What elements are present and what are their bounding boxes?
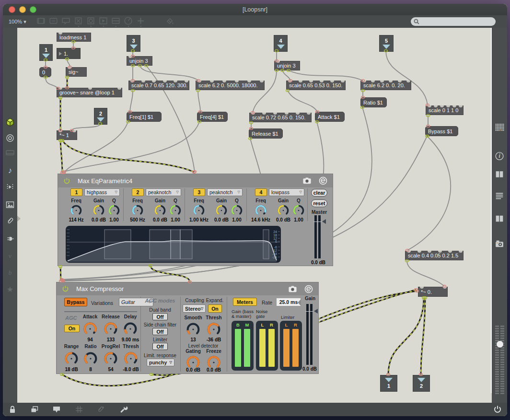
- inlet[interactable]: [459, 251, 463, 253]
- comp-mode-off-button[interactable]: Off: [152, 313, 168, 320]
- inlet[interactable]: [185, 81, 188, 82]
- right-sidebar-grid-dots[interactable]: [495, 122, 505, 132]
- knob-dial[interactable]: [81, 320, 99, 338]
- left-sidebar-audio-target[interactable]: [5, 133, 15, 143]
- left-sidebar-image[interactable]: [5, 200, 15, 210]
- inlet[interactable]: [72, 130, 76, 132]
- left-sidebar-filmstrip[interactable]: [5, 182, 15, 192]
- knob-dial[interactable]: [69, 203, 84, 218]
- right-sidebar-columns[interactable]: [495, 169, 505, 179]
- comp-snapshot-button[interactable]: [288, 285, 297, 294]
- message-box[interactable]: Attack $1: [315, 112, 345, 122]
- sidebar-expander-icon[interactable]: [17, 216, 21, 222]
- bottombar-presentation-button[interactable]: [52, 405, 61, 414]
- left-sidebar-max-cube[interactable]: [5, 117, 15, 127]
- eq-master-handle[interactable]: [322, 219, 326, 224]
- knob-dial[interactable]: [106, 203, 122, 218]
- knob-dial[interactable]: [152, 203, 168, 218]
- toolbar-playbar-button[interactable]: ▾: [97, 16, 110, 27]
- knob-dial[interactable]: [205, 320, 223, 338]
- inlet[interactable]: [117, 88, 121, 90]
- knob-dial[interactable]: [168, 203, 183, 218]
- knob-dial[interactable]: [253, 203, 268, 218]
- eq-reset-button[interactable]: reset: [311, 199, 327, 207]
- search-field[interactable]: [420, 18, 496, 25]
- eq-clear-button[interactable]: clear: [311, 189, 327, 197]
- knob-dial[interactable]: [102, 350, 120, 368]
- knob-dial[interactable]: [184, 320, 202, 338]
- umenu[interactable]: 2: [94, 108, 107, 125]
- compressor-bpatcher[interactable]: Max CompressorBypassVariationsGuitar▽AGC…: [56, 282, 319, 374]
- inlet[interactable]: [260, 81, 264, 82]
- toolbar-message-box-button[interactable]: m: [47, 16, 60, 27]
- umenu[interactable]: 3: [127, 35, 140, 52]
- knob-dial[interactable]: [62, 350, 81, 368]
- inlet[interactable]: [459, 105, 463, 107]
- left-sidebar-plug[interactable]: [5, 234, 15, 244]
- knob-dial[interactable]: [291, 203, 306, 218]
- eq-power-button[interactable]: [63, 177, 71, 185]
- comp-agc-on-button[interactable]: On: [64, 325, 80, 332]
- knob-dial[interactable]: [214, 203, 229, 218]
- bottombar-wrench-button[interactable]: [119, 405, 128, 414]
- inlet[interactable]: [307, 113, 311, 115]
- eq-band-mode-dropdown[interactable]: highpass▽: [84, 188, 120, 196]
- object-box[interactable]: scale 0 1 1 0: [426, 105, 464, 115]
- toolbar-button-button[interactable]: ▾: [85, 16, 97, 27]
- knob-dial[interactable]: [122, 350, 140, 368]
- knob-dial[interactable]: [130, 203, 145, 218]
- object-box[interactable]: *~ 0.: [418, 287, 448, 297]
- object-box[interactable]: scale 6.2 0. 0. 20.: [360, 81, 411, 90]
- object-box[interactable]: scale 0.7 0.65 120. 300.: [128, 81, 189, 90]
- toolbar-plus-button[interactable]: ▾: [135, 16, 147, 27]
- comp-bypass-button[interactable]: Bypass: [64, 298, 87, 306]
- comp-gain-slider[interactable]: [306, 304, 309, 365]
- volume-knob[interactable]: [497, 341, 503, 348]
- comp-expand-on-button[interactable]: On: [208, 304, 222, 313]
- left-sidebar-music-note[interactable]: ♪: [5, 165, 15, 175]
- knob-dial[interactable]: [102, 320, 120, 338]
- eq-response-display[interactable]: 2418126-6-12-18-24: [66, 226, 281, 263]
- comp-power-button[interactable]: [61, 285, 70, 293]
- comp-limit-response-dropdown[interactable]: punchy▽: [147, 359, 174, 366]
- umenu[interactable]: 2: [413, 375, 430, 392]
- left-sidebar-behance[interactable]: b: [5, 268, 15, 277]
- right-sidebar-book[interactable]: [495, 213, 505, 223]
- comp-meters-button[interactable]: Meters: [233, 298, 257, 306]
- bottombar-lock-button[interactable]: [8, 405, 17, 414]
- comp-rate-numbox[interactable]: 25.0 ms: [276, 298, 301, 306]
- toolbar-comment-button[interactable]: [60, 16, 72, 27]
- title-bar[interactable]: [Loopsnr]: [3, 4, 507, 15]
- knob-dial[interactable]: [121, 320, 139, 338]
- object-box[interactable]: scale 0.4 0.05 0.2 1.5: [405, 251, 464, 260]
- left-sidebar-vimeo[interactable]: v: [5, 251, 15, 260]
- eq-snapshot-button[interactable]: [302, 176, 312, 186]
- bottombar-layers-button[interactable]: [30, 405, 39, 414]
- inlet[interactable]: [341, 81, 345, 82]
- toolbar-paint-button[interactable]: [163, 16, 176, 27]
- umenu[interactable]: 1: [380, 375, 397, 392]
- toolbar-rangeslider-button[interactable]: ▾: [110, 16, 122, 27]
- audio-power-icon[interactable]: [493, 405, 502, 414]
- bottombar-grid-hash-button[interactable]: [74, 405, 84, 414]
- patcher-volume-slider[interactable]: [495, 326, 505, 395]
- eq-bpatcher[interactable]: Max EqParametric41highpass▽FreqGainQ114 …: [58, 174, 333, 266]
- comp-mode-off-button[interactable]: Off: [152, 343, 168, 350]
- object-box[interactable]: unjoin 3: [274, 61, 300, 70]
- bottombar-clip-plus-button[interactable]: [96, 405, 105, 414]
- patcher-canvas[interactable]: loadmess 111.0sig~groove~ snare @loop 12…: [17, 28, 492, 403]
- knob-dial[interactable]: [81, 350, 100, 368]
- inlet[interactable]: [443, 287, 447, 289]
- right-sidebar-info[interactable]: i: [495, 151, 505, 161]
- inlet[interactable]: [420, 287, 424, 289]
- comp-gain-handle[interactable]: [314, 309, 318, 314]
- knob-dial[interactable]: [229, 203, 244, 218]
- message-box[interactable]: 0: [39, 67, 51, 77]
- object-box[interactable]: scale 6.2 0. 5000. 18000.: [196, 81, 265, 90]
- eq-band-mode-dropdown[interactable]: lowpass▽: [269, 188, 304, 196]
- left-sidebar-keyboard[interactable]: [5, 148, 15, 157]
- object-box[interactable]: scale 0.72 0.65 0. 150.: [249, 113, 312, 122]
- toolbar-dial-button[interactable]: ▾: [122, 16, 135, 27]
- umenu[interactable]: 1: [39, 44, 53, 61]
- eq-band-mode-dropdown[interactable]: peaknotch▽: [207, 188, 243, 196]
